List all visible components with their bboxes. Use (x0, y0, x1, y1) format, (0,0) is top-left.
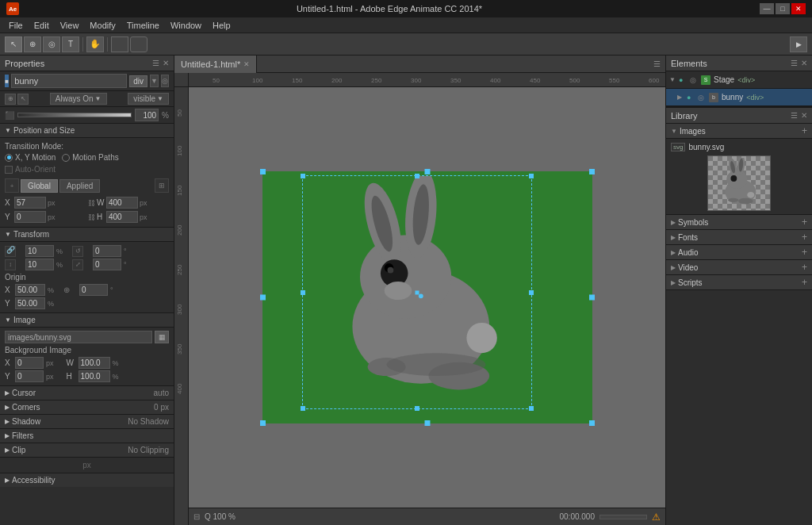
element-stage-item[interactable]: ▼ ● ◎ S Stage <div> (666, 71, 812, 89)
bunny-svg-library-item[interactable]: svg bunny.svg (669, 142, 809, 152)
origin-x-input[interactable] (15, 284, 45, 296)
accessibility-icon[interactable]: ⊕ (5, 94, 16, 105)
canvas-tab-close[interactable]: ✕ (243, 60, 250, 68)
x-input[interactable] (14, 197, 46, 209)
canvas-stage-area[interactable] (189, 87, 665, 508)
opacity-slider-track[interactable] (17, 113, 132, 117)
bunny-sel-tm[interactable] (415, 174, 419, 178)
canvas-tab-menu[interactable]: ☰ (649, 59, 665, 68)
auto-orient-checkbox[interactable] (5, 166, 13, 174)
bunny-sel-bl[interactable] (301, 406, 305, 411)
position-size-header[interactable]: ▼ Position and Size (0, 124, 174, 138)
menu-modify[interactable]: Modify (84, 20, 121, 31)
stage-expand-arrow[interactable]: ▼ (669, 76, 677, 83)
bunny-sel-ml[interactable] (301, 290, 305, 295)
rotate-input[interactable] (93, 245, 121, 257)
bunny-expand-arrow[interactable]: ▶ (677, 94, 685, 101)
coord-settings-icon[interactable]: ⊞ (155, 178, 169, 193)
properties-scroll[interactable]: ▼ Position and Size Transition Mode: X, … (0, 124, 174, 525)
bunny-element[interactable] (302, 175, 532, 409)
origin-y-input[interactable] (15, 297, 45, 309)
element-name-input[interactable] (11, 74, 127, 88)
tool-transform[interactable]: ⊕ (24, 36, 41, 52)
canvas-toggle-btn[interactable]: ⊟ (193, 512, 200, 521)
corners-header[interactable]: ▶ Corners 0 px (0, 400, 174, 414)
library-panel-close[interactable]: ✕ (801, 111, 807, 120)
applied-button[interactable]: Applied (59, 179, 100, 193)
library-audio-header[interactable]: ▶ Audio + (666, 245, 812, 260)
menu-window[interactable]: Window (165, 20, 207, 31)
shadow-header[interactable]: ▶ Shadow No Shadow (0, 415, 174, 428)
origin-offset-input[interactable] (79, 284, 108, 296)
close-button[interactable]: ✕ (791, 3, 806, 14)
image-browse-btn[interactable]: ▦ (155, 331, 169, 343)
stage-visibility-icon[interactable]: ● (679, 76, 688, 84)
transform-header[interactable]: ▼ Transform (0, 228, 174, 242)
library-video-header[interactable]: ▶ Video + (666, 260, 812, 275)
image-header[interactable]: ▼ Image (0, 313, 174, 328)
tool-rect-color[interactable] (111, 36, 128, 52)
visible-button[interactable]: visible ▼ (128, 93, 169, 105)
tool-clipping[interactable]: ◎ (43, 36, 60, 52)
scale-x-input[interactable] (25, 245, 54, 257)
images-add-btn[interactable]: + (802, 125, 807, 136)
symbols-add-btn[interactable]: + (802, 217, 807, 228)
bunny-thumbnail-wrapper[interactable] (669, 155, 809, 211)
stage-lock-icon[interactable]: ◎ (690, 76, 699, 84)
always-on-button[interactable]: Always On ▼ (50, 93, 107, 105)
video-add-btn[interactable]: + (802, 262, 807, 273)
properties-panel-menu[interactable]: ☰ (152, 59, 159, 67)
xy-motion-radio[interactable]: X, Y Motion (5, 153, 56, 162)
h-input[interactable] (106, 211, 138, 223)
menu-help[interactable]: Help (207, 20, 236, 31)
maximize-button[interactable]: □ (776, 3, 790, 14)
bunny-sel-tl[interactable] (301, 174, 305, 178)
audio-add-btn[interactable]: + (802, 247, 807, 258)
library-symbols-header[interactable]: ▶ Symbols + (666, 214, 812, 230)
tool-round-rect[interactable] (130, 36, 147, 52)
bunny-sel-mr[interactable] (529, 290, 534, 295)
y-input[interactable] (14, 211, 46, 223)
stage-sel-tl[interactable] (260, 169, 266, 174)
library-images-header[interactable]: ▼ Images + (666, 124, 812, 139)
elements-panel-close[interactable]: ✕ (801, 59, 807, 67)
scripts-add-btn[interactable]: + (802, 277, 807, 288)
stage-sel-mr[interactable] (589, 295, 595, 301)
bunny-sel-bm[interactable] (415, 406, 419, 411)
cursor-icon[interactable]: ↖ (17, 94, 29, 105)
bg-x-input[interactable] (15, 357, 44, 369)
clip-header[interactable]: ▶ Clip No Clipping (0, 443, 174, 457)
bunny-thumbnail[interactable] (707, 155, 771, 211)
element-options-btn[interactable]: ▼ (150, 75, 159, 87)
filters-header[interactable]: ▶ Filters (0, 429, 174, 443)
skew-input[interactable] (93, 259, 121, 270)
menu-edit[interactable]: Edit (29, 20, 55, 31)
bunny-lock-icon[interactable]: ◎ (698, 94, 707, 102)
library-scripts-header[interactable]: ▶ Scripts + (666, 275, 812, 290)
stage-sel-tm[interactable] (424, 169, 430, 174)
tool-select[interactable]: ↖ (5, 36, 22, 52)
stage-sel-tr[interactable] (589, 169, 595, 174)
scale-y-input[interactable] (25, 259, 54, 270)
fonts-add-btn[interactable]: + (802, 232, 807, 243)
w-input[interactable] (106, 197, 138, 209)
global-button[interactable]: Global (21, 179, 58, 193)
bg-w-input[interactable] (79, 357, 110, 369)
library-panel-menu[interactable]: ☰ (791, 111, 798, 120)
bg-y-input[interactable] (15, 370, 44, 382)
bg-h-input[interactable] (79, 370, 110, 382)
properties-panel-close[interactable]: ✕ (163, 59, 169, 67)
image-path-input[interactable] (5, 331, 152, 343)
stage-sel-ml[interactable] (260, 295, 266, 301)
tool-text[interactable]: T (62, 36, 79, 52)
opacity-value-input[interactable] (135, 109, 159, 121)
elements-panel-menu[interactable]: ☰ (791, 59, 798, 67)
minimize-button[interactable]: — (760, 3, 774, 14)
bunny-sel-tr[interactable] (529, 174, 534, 178)
element-bunny-item[interactable]: ▶ ● ◎ b bunny <div> (666, 89, 812, 106)
tool-pan[interactable]: ✋ (86, 36, 104, 52)
stage-canvas[interactable] (262, 171, 592, 423)
menu-file[interactable]: File (3, 20, 29, 31)
cursor-header[interactable]: ▶ Cursor auto (0, 386, 174, 400)
motion-paths-radio[interactable]: Motion Paths (62, 153, 118, 162)
